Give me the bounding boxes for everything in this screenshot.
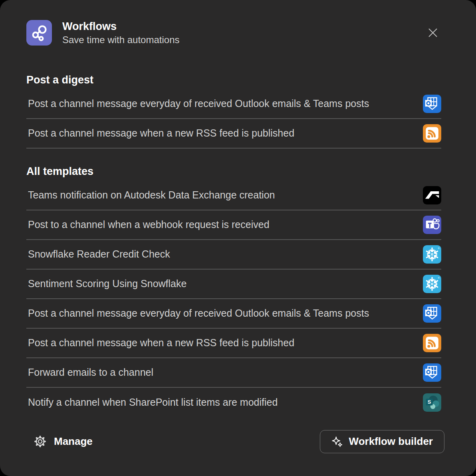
template-row[interactable]: Post a channel message everyday of recei… (26, 89, 441, 119)
template-label: Post a channel message everyday of recei… (26, 98, 369, 109)
teams-icon (423, 216, 441, 234)
rss-icon (423, 334, 441, 352)
header-text: Workflows Save time with automations (62, 20, 179, 46)
autodesk-icon (423, 186, 441, 204)
outlook-icon (423, 363, 441, 382)
snowflake-icon (423, 245, 441, 264)
template-row[interactable]: Post to a channel when a webhook request… (26, 210, 441, 240)
template-row[interactable]: Sentiment Scoring Using Snowflake (26, 270, 441, 299)
template-row[interactable]: Notify a channel when SharePoint list it… (26, 388, 441, 417)
dialog-header: Workflows Save time with automations (0, 0, 476, 46)
close-icon (427, 27, 438, 38)
workflows-dialog: Workflows Save time with automations Pos… (0, 0, 476, 476)
section-heading-post-a-digest: Post a digest (26, 74, 441, 86)
manage-button[interactable]: Manage (34, 435, 93, 448)
dialog-title: Workflows (62, 20, 179, 34)
template-label: Snowflake Reader Credit Check (26, 248, 170, 260)
sparkles-icon (331, 436, 343, 447)
workflow-builder-label: Workflow builder (349, 435, 433, 448)
dialog-subtitle: Save time with automations (62, 34, 179, 46)
dialog-footer: Manage Workflow builder (0, 430, 476, 453)
gear-icon (34, 435, 47, 448)
digest-template-list: Post a channel message everyday of recei… (26, 89, 441, 149)
template-label: Sentiment Scoring Using Snowflake (26, 278, 186, 290)
template-row[interactable]: Post a channel message when a new RSS fe… (26, 119, 441, 149)
template-label: Post to a channel when a webhook request… (26, 219, 270, 230)
template-label: Post a channel message when a new RSS fe… (26, 337, 294, 349)
dialog-content: Post a digest Post a channel message eve… (0, 74, 476, 417)
all-templates-list: Teams notification on Autodesk Data Exch… (26, 181, 441, 417)
close-button[interactable] (426, 26, 440, 40)
workflow-icon (26, 20, 52, 46)
manage-label: Manage (54, 435, 93, 448)
snowflake-icon (423, 275, 441, 293)
template-row[interactable]: Post a channel message when a new RSS fe… (26, 329, 441, 358)
template-label: Notify a channel when SharePoint list it… (26, 397, 278, 408)
template-label: Teams notification on Autodesk Data Exch… (26, 189, 275, 201)
template-label: Forward emails to a channel (26, 367, 153, 378)
template-label: Post a channel message when a new RSS fe… (26, 127, 294, 139)
workflow-builder-button[interactable]: Workflow builder (320, 430, 444, 453)
template-row[interactable]: Post a channel message everyday of recei… (26, 299, 441, 329)
workflows-app-icon (26, 20, 52, 46)
rss-icon (423, 124, 441, 143)
template-row[interactable]: Teams notification on Autodesk Data Exch… (26, 181, 441, 210)
outlook-icon (423, 95, 441, 113)
template-row[interactable]: Forward emails to a channel (26, 358, 441, 388)
section-heading-all-templates: All templates (26, 165, 441, 178)
template-row[interactable]: Snowflake Reader Credit Check (26, 240, 441, 270)
outlook-icon (423, 304, 441, 323)
template-label: Post a channel message everyday of recei… (26, 307, 369, 319)
sharepoint-icon (423, 393, 441, 412)
